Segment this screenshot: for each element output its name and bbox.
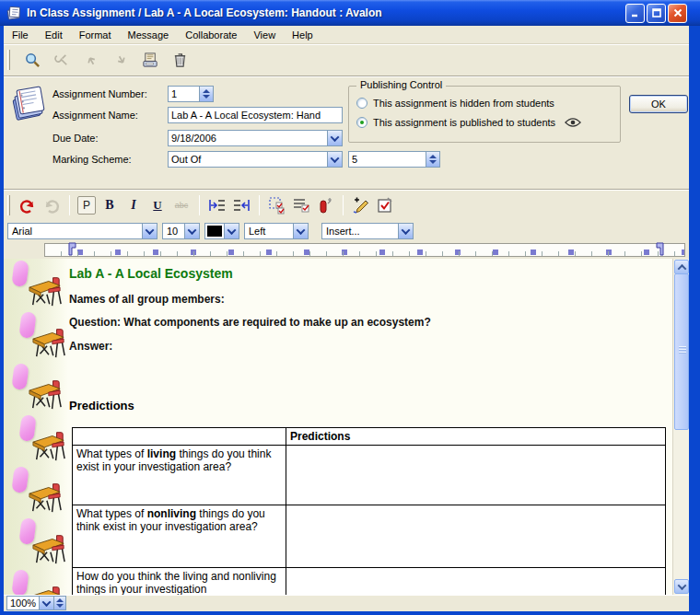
- ok-button-label: OK: [651, 99, 666, 110]
- scroll-down-icon[interactable]: [674, 579, 689, 594]
- answer-line: Answer:: [69, 340, 672, 353]
- marking-points-spin-buttons[interactable]: [426, 152, 439, 167]
- insert-chevron-icon[interactable]: [398, 224, 413, 238]
- close-button[interactable]: [668, 4, 687, 23]
- main-toolbar: [4, 44, 689, 76]
- formatting-toolbar: P B I U abc: [4, 189, 689, 221]
- toolbar-grip[interactable]: [7, 50, 10, 70]
- radio-published-icon[interactable]: [356, 117, 368, 128]
- window-title: In Class Assignment / Lab A - A Local Ec…: [27, 6, 625, 19]
- menu-edit[interactable]: Edit: [37, 28, 71, 42]
- question-cell: What types of living things do you think…: [73, 446, 286, 505]
- font-family-chevron-icon[interactable]: [142, 224, 157, 238]
- indent-increase-icon[interactable]: [207, 195, 228, 215]
- menu-help[interactable]: Help: [284, 28, 321, 42]
- italic-button[interactable]: I: [123, 195, 144, 215]
- due-date-dropdown[interactable]: 9/18/2006: [168, 130, 343, 146]
- ruler-right-margin-marker[interactable]: [656, 242, 664, 256]
- next-icon: [110, 49, 132, 71]
- answer-cell[interactable]: [286, 446, 666, 505]
- marking-scheme-value: Out Of: [169, 152, 327, 167]
- marking-scheme-label: Marking Scheme:: [52, 154, 132, 165]
- font-toolbar: Arial 10 Left Insert...: [4, 221, 689, 241]
- visibility-eye-icon: [565, 117, 581, 128]
- document-body[interactable]: Lab A - A Local Ecosystem Names of all g…: [4, 259, 672, 595]
- alignment-chevron-icon[interactable]: [293, 224, 308, 238]
- publish-radio-hidden[interactable]: This assignment is hidden from students: [356, 98, 554, 109]
- insert-value: Insert...: [322, 224, 398, 238]
- menu-view[interactable]: View: [245, 28, 284, 42]
- strikethrough-button: abc: [171, 195, 192, 215]
- marking-scheme-dropdown[interactable]: Out Of: [168, 151, 343, 168]
- font-size-value: 10: [163, 224, 184, 238]
- paragraph-style-button[interactable]: P: [77, 196, 96, 215]
- form-field-icon[interactable]: [267, 195, 287, 215]
- font-color-dropdown[interactable]: [204, 223, 239, 239]
- publishing-control-group: Publishing Control This assignment is hi…: [348, 86, 621, 143]
- menu-file[interactable]: File: [4, 28, 37, 42]
- insert-dropdown[interactable]: Insert...: [321, 223, 414, 239]
- answer-cell[interactable]: [286, 568, 666, 596]
- assignment-window-icon: [6, 5, 22, 21]
- question-cell: How do you think the living and nonlivin…: [73, 568, 286, 596]
- underline-button[interactable]: U: [147, 195, 168, 215]
- print-icon[interactable]: [139, 49, 161, 71]
- undo-icon[interactable]: [18, 195, 38, 215]
- marking-scheme-chevron-icon[interactable]: [327, 152, 342, 167]
- menu-collaborate[interactable]: Collaborate: [177, 28, 245, 42]
- font-size-chevron-icon[interactable]: [184, 224, 199, 238]
- font-family-value: Arial: [8, 224, 142, 238]
- menu-message[interactable]: Message: [120, 28, 178, 42]
- publish-hidden-label: This assignment is hidden from students: [373, 98, 554, 109]
- publish-radio-published[interactable]: This assignment is published to students: [356, 117, 581, 128]
- answer-cell[interactable]: [286, 505, 666, 568]
- font-color-swatch: [207, 226, 222, 237]
- bold-label: B: [105, 198, 113, 213]
- approve-document-icon[interactable]: [375, 195, 395, 215]
- radio-hidden-icon[interactable]: [356, 98, 368, 109]
- assignment-name-field[interactable]: Lab A - A Local Ecosystem: Hand: [168, 107, 343, 123]
- redo-icon: [41, 195, 62, 215]
- document-area: Lab A - A Local Ecosystem Names of all g…: [4, 259, 689, 595]
- scroll-up-icon[interactable]: [674, 260, 689, 274]
- font-size-dropdown[interactable]: 10: [162, 223, 200, 239]
- table-row: What types of living things do you think…: [73, 446, 666, 505]
- ruler-band: [4, 241, 689, 259]
- assignment-name-value: Lab A - A Local Ecosystem: Hand: [169, 108, 342, 122]
- scrollbar-thumb[interactable]: [674, 273, 689, 430]
- ruler[interactable]: [44, 243, 685, 257]
- indent-decrease-icon[interactable]: [231, 195, 251, 215]
- search-icon[interactable]: [21, 49, 43, 71]
- assignment-number-stepper[interactable]: 1: [168, 86, 214, 102]
- minimize-button[interactable]: [625, 4, 645, 23]
- ok-button[interactable]: OK: [629, 95, 688, 113]
- checklist-icon[interactable]: [291, 195, 311, 215]
- marking-points-value: 5: [349, 152, 426, 167]
- zoom-value: 100%: [7, 597, 39, 609]
- add-annotation-icon[interactable]: [351, 195, 371, 215]
- maximize-button[interactable]: [647, 4, 666, 23]
- application-window: In Class Assignment / Lab A - A Local Ec…: [0, 0, 700, 615]
- menu-format[interactable]: Format: [71, 28, 120, 42]
- assignment-name-label: Assignment Name:: [52, 110, 138, 121]
- format-toolbar-grip[interactable]: [7, 195, 10, 215]
- marking-points-stepper[interactable]: 5: [348, 151, 440, 168]
- font-family-dropdown[interactable]: Arial: [7, 223, 158, 239]
- bold-button[interactable]: B: [99, 195, 120, 215]
- font-color-chevron-icon[interactable]: [224, 224, 239, 238]
- alignment-dropdown[interactable]: Left: [244, 223, 309, 239]
- delete-icon[interactable]: [169, 49, 191, 71]
- quick-mark-icon[interactable]: [315, 195, 335, 215]
- vertical-scrollbar[interactable]: [672, 259, 689, 595]
- names-line: Names of all group members:: [69, 293, 672, 306]
- assignment-number-spin-buttons[interactable]: [199, 87, 213, 101]
- zoom-control[interactable]: 100%: [6, 596, 66, 610]
- document-title: Lab A - A Local Ecosystem: [69, 266, 672, 281]
- due-date-chevron-icon[interactable]: [327, 131, 342, 145]
- assignment-number-value: 1: [169, 87, 199, 101]
- menu-bar: File Edit Format Message Collaborate Vie…: [4, 26, 689, 44]
- ruler-left-margin-marker[interactable]: [68, 242, 76, 256]
- zoom-spin-buttons[interactable]: [53, 597, 65, 609]
- header-cell-predictions: Predictions: [286, 428, 666, 446]
- zoom-chevron-icon[interactable]: [39, 597, 53, 609]
